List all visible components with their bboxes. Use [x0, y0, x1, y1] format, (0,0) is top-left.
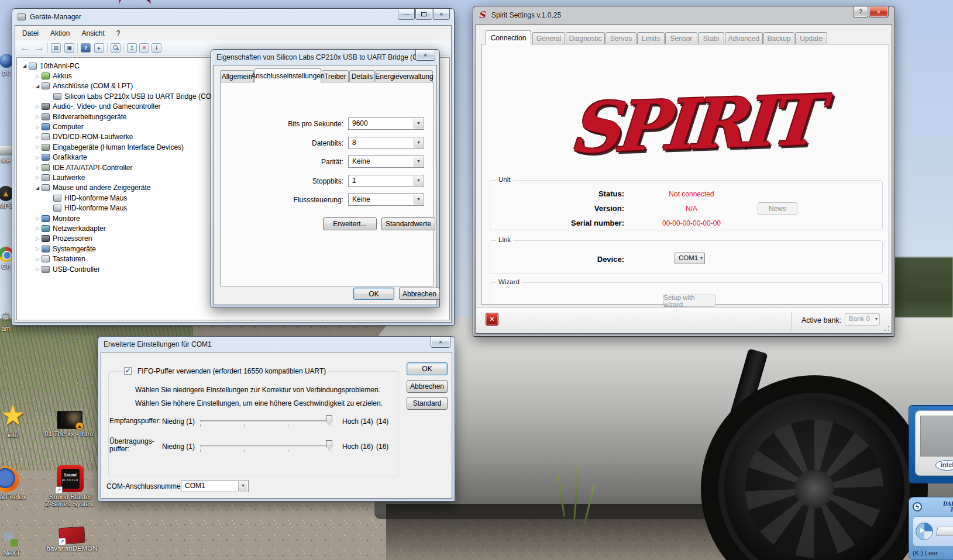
expander-icon[interactable]: [33, 165, 42, 170]
close-button[interactable]: ×: [869, 6, 889, 18]
close-button[interactable]: ×: [431, 337, 450, 348]
close-button[interactable]: ×: [415, 50, 435, 61]
expander-icon[interactable]: [20, 63, 29, 68]
ok-button[interactable]: OK: [353, 288, 394, 300]
console-tree-icon[interactable]: ▤: [51, 43, 61, 53]
bits-per-second-combo[interactable]: 9600: [348, 117, 424, 130]
disconnect-status-icon[interactable]: ×: [486, 313, 498, 326]
menu-aktion[interactable]: Aktion: [44, 27, 75, 40]
news-button[interactable]: News: [758, 202, 797, 215]
device-combo[interactable]: COM1: [675, 253, 705, 264]
expander-icon[interactable]: [33, 267, 42, 272]
tab-servos[interactable]: Servos: [605, 32, 637, 44]
desktop-shortcut[interactable]: a Firefox: [0, 466, 23, 500]
expander-icon[interactable]: [33, 144, 42, 150]
desktop-shortcut[interactable]: ▲ 01 The xx - Intro: [51, 411, 88, 437]
expander-icon[interactable]: [33, 104, 42, 109]
tab-update[interactable]: Update: [795, 32, 827, 44]
fifo-checkbox-label: FIFO-Puffer verwenden (erfordert 16550 k…: [135, 367, 328, 375]
tab-connection[interactable]: Connection: [486, 30, 531, 44]
expander-icon[interactable]: [33, 236, 42, 241]
mouse-icon: [53, 195, 61, 202]
desktop-shortcut[interactable]: ↗ bavarianDEMON: [57, 527, 87, 552]
menu-hilfe[interactable]: ?: [111, 27, 126, 40]
standard-button[interactable]: Standard: [407, 397, 448, 410]
data-bits-combo[interactable]: 8: [348, 137, 424, 149]
expander-icon[interactable]: [33, 246, 42, 251]
device-manager-titlebar[interactable]: Geräte-Manager: [12, 9, 454, 25]
tab-backup[interactable]: Backup: [763, 32, 794, 44]
properties-titlebar[interactable]: Eigenschaften von Silicon Labs CP210x US…: [211, 50, 439, 65]
help-icon[interactable]: ?: [81, 43, 91, 53]
tab-diagnostic[interactable]: Diagnostic: [566, 32, 605, 44]
menu-datei[interactable]: Datei: [16, 27, 44, 40]
gpu-icon: [42, 154, 50, 161]
expander-icon[interactable]: [33, 216, 42, 221]
back-icon[interactable]: ←: [20, 42, 30, 54]
tab-stabi[interactable]: Stabi: [698, 32, 724, 44]
expander-icon[interactable]: [33, 155, 42, 160]
disc-drive-icon: [42, 133, 50, 140]
tab-anschlusseinstellungen[interactable]: Anschlusseinstellungen: [254, 68, 321, 82]
expander-icon[interactable]: [33, 114, 42, 119]
monitor-icon: [42, 215, 50, 222]
parity-combo[interactable]: Keine: [348, 155, 424, 168]
tab-allgemein[interactable]: Allgemein: [220, 70, 254, 82]
close-button[interactable]: ×: [433, 9, 450, 20]
resize-grip[interactable]: [884, 326, 890, 331]
expander-icon[interactable]: [33, 125, 42, 130]
tab-sensor[interactable]: Sensor: [665, 32, 697, 44]
update-driver-icon[interactable]: ↥: [127, 43, 137, 53]
cancel-button[interactable]: Abbrechen: [399, 288, 440, 300]
cancel-button[interactable]: Abbrechen: [407, 380, 448, 393]
desktop-shortcut[interactable]: NeXT: [0, 532, 23, 556]
scan-icon[interactable]: [111, 43, 121, 53]
flow-control-combo[interactable]: Keine: [348, 193, 424, 206]
maximize-button[interactable]: [415, 9, 432, 20]
intel-gadget[interactable]: intel: [909, 405, 953, 483]
tab-energieverwaltung[interactable]: Energieverwaltung: [376, 70, 433, 82]
expander-icon[interactable]: [33, 134, 42, 140]
serial-port-icon: [42, 82, 50, 89]
defaults-button[interactable]: Standardwerte: [381, 217, 435, 230]
desktop-shortcut[interactable]: ★ iele: [0, 401, 32, 438]
desktop-shortcut[interactable]: SoundBLASTER↗ Sound Blaster Z-Series Sys…: [56, 465, 85, 507]
tab-general[interactable]: General: [532, 32, 565, 44]
window-title: Spirit Settings v.1.0.25: [491, 11, 561, 19]
fifo-checkbox[interactable]: ✓: [124, 367, 132, 375]
transmit-buffer-slider[interactable]: [200, 445, 332, 447]
expander-icon[interactable]: [33, 185, 42, 191]
com-port-combo[interactable]: COM1: [181, 480, 249, 492]
receive-buffer-slider[interactable]: [200, 420, 332, 422]
status-label: Status:: [493, 189, 624, 198]
daemon-drive-panel[interactable]: [913, 516, 953, 547]
menu-ansicht[interactable]: Ansicht: [75, 27, 110, 40]
tab-treiber[interactable]: Treiber: [322, 70, 349, 82]
spirit-titlebar[interactable]: S Spirit Settings v.1.0.25: [473, 6, 894, 24]
forward-icon[interactable]: →: [35, 42, 44, 54]
expander-icon[interactable]: [33, 84, 42, 89]
expander-icon[interactable]: [33, 175, 42, 180]
active-bank-combo[interactable]: Bank 0: [845, 313, 880, 326]
tab-advanced[interactable]: Advanced: [725, 32, 763, 44]
stop-bits-combo[interactable]: 1: [348, 175, 424, 187]
tab-limits[interactable]: Limits: [637, 32, 665, 44]
help-button[interactable]: ?: [853, 6, 868, 18]
expander-icon[interactable]: [33, 226, 42, 231]
slider-value: (16): [376, 443, 388, 451]
tab-details[interactable]: Details: [349, 70, 375, 82]
advanced-titlebar[interactable]: Erweiterte Einstellungen für COM1: [98, 337, 455, 352]
minimize-button[interactable]: —: [398, 9, 415, 20]
ok-button[interactable]: OK: [407, 362, 448, 375]
expander-icon[interactable]: [33, 74, 42, 79]
daemon-tools-gadget[interactable]: DAEMON TOOLS (K:) Leer: [909, 497, 953, 560]
setup-wizard-button[interactable]: Setup with wizard: [663, 295, 715, 307]
computer-icon: [29, 63, 37, 70]
advanced-body: ✓ FIFO-Puffer verwenden (erfordert 16550…: [101, 352, 452, 499]
scan-hardware-changes-icon[interactable]: ↧: [152, 43, 161, 53]
advanced-button[interactable]: Erweitert...: [323, 217, 377, 230]
uninstall-device-icon[interactable]: ✕: [139, 43, 149, 53]
expander-icon[interactable]: [33, 257, 42, 262]
action-pane-icon[interactable]: ▸: [94, 43, 104, 53]
properties-icon[interactable]: ▣: [64, 43, 74, 53]
